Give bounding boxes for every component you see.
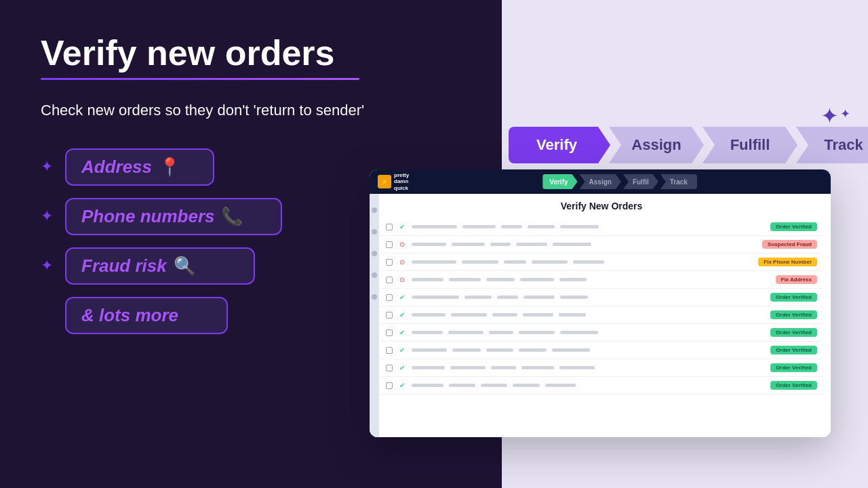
row-bar-col5 — [573, 260, 604, 264]
feature-badge-more: & lots more — [65, 297, 228, 334]
step-track[interactable]: Track — [796, 127, 868, 163]
row-bar-col2 — [462, 260, 498, 264]
row-status-badge: Fix Address — [776, 275, 818, 284]
main-title: Verify new orders — [41, 34, 461, 73]
row-checkbox[interactable] — [386, 329, 393, 336]
row-bar-col2 — [462, 225, 496, 228]
sparkle-decoration: ✦✦ — [821, 105, 849, 127]
star-icon-address: ✦ — [41, 158, 53, 176]
row-status-badge: Order Verified — [770, 293, 817, 302]
fraud-label: Fraud risk — [81, 256, 167, 277]
app-header: ⚡ pretty damn quick Verify Assign Fulfil… — [370, 169, 831, 194]
sidebar-dot — [372, 294, 377, 300]
row-status-icon: ⊙ — [398, 258, 406, 266]
row-status-badge: Order Verified — [770, 346, 817, 354]
row-bar-col1 — [412, 348, 447, 352]
row-bar-col5 — [559, 366, 595, 369]
row-status-badge: Order Verified — [770, 222, 817, 231]
nav-fulfill[interactable]: Fulfil — [623, 174, 658, 189]
row-bar-col2 — [449, 278, 481, 281]
step-fulfill[interactable]: Fulfill — [703, 127, 797, 163]
row-bar-col5 — [545, 384, 575, 387]
table-row[interactable]: ✔ Order Verified — [380, 359, 823, 377]
row-status-badge: Fix Phone Number — [758, 258, 817, 266]
row-bar-col2 — [449, 384, 475, 387]
table-row[interactable]: ✔ Order Verified — [380, 289, 823, 306]
app-window: ⚡ pretty damn quick Verify Assign Fulfil… — [370, 169, 831, 437]
row-status-icon: ✔ — [398, 346, 406, 354]
table-row[interactable]: ✔ Order Verified — [380, 342, 823, 359]
row-bar-col3 — [501, 225, 522, 228]
row-bar-col1 — [412, 260, 456, 264]
row-bar-col1 — [412, 313, 446, 317]
step-assign[interactable]: Assign — [609, 127, 704, 163]
phone-label: Phone numbers — [81, 206, 214, 227]
progress-bar: Verify Assign Fulfill Track — [509, 127, 861, 163]
right-panel: ✦✦ Verify Assign Fulfill Track ⚡ pretty … — [502, 0, 868, 488]
row-bar-col3 — [504, 260, 526, 264]
row-bar-col3 — [490, 243, 511, 246]
row-checkbox[interactable] — [386, 347, 393, 354]
table-row[interactable]: ⊙ Fix Address — [380, 271, 823, 289]
row-status-icon: ✔ — [398, 364, 406, 371]
nav-assign[interactable]: Assign — [580, 174, 621, 189]
nav-verify[interactable]: Verify — [542, 174, 577, 189]
row-bar-col2 — [451, 313, 487, 317]
row-status-badge: Order Verified — [770, 310, 817, 319]
table-row[interactable]: ⊙ Fix Phone Number — [380, 253, 823, 271]
row-bar-col1 — [412, 225, 457, 228]
row-bar-col3 — [486, 348, 513, 352]
row-status-badge: Order Verified — [770, 363, 817, 372]
row-status-icon: ✔ — [398, 293, 406, 301]
row-checkbox[interactable] — [386, 294, 393, 301]
row-bar-col3 — [491, 366, 517, 369]
table-row[interactable]: ✔ Order Verified — [380, 218, 823, 236]
row-bar-col5 — [560, 225, 599, 228]
sidebar-dot — [372, 229, 377, 235]
nav-track[interactable]: Track — [660, 174, 697, 189]
app-logo: ⚡ pretty damn quick — [378, 172, 409, 192]
row-bar-col3 — [492, 313, 517, 317]
row-bar-col1 — [412, 384, 443, 387]
row-checkbox[interactable] — [386, 382, 393, 389]
row-bar-col4 — [532, 260, 568, 264]
table-row[interactable]: ✔ Order Verified — [380, 306, 823, 324]
row-checkbox[interactable] — [386, 277, 393, 283]
row-status-icon: ⊙ — [398, 241, 406, 248]
row-bar-col4 — [519, 331, 555, 334]
row-bar-col4 — [520, 278, 554, 281]
row-bar-col4 — [513, 384, 540, 387]
row-status-icon: ✔ — [398, 382, 406, 389]
row-checkbox[interactable] — [386, 224, 393, 230]
row-checkbox[interactable] — [386, 365, 393, 371]
row-checkbox[interactable] — [386, 241, 393, 248]
logo-icon: ⚡ — [378, 175, 391, 188]
row-checkbox[interactable] — [386, 259, 393, 266]
row-checkbox[interactable] — [386, 312, 393, 319]
more-label: & lots more — [81, 305, 178, 326]
row-bar-col1 — [412, 278, 443, 281]
sidebar-dot — [372, 272, 377, 278]
row-bar-col5 — [560, 296, 588, 299]
row-bar-col4 — [524, 296, 555, 299]
feature-badge-address: Address 📍 — [65, 148, 214, 186]
app-body-title: Verify New Orders — [380, 201, 823, 211]
row-bar-col4 — [519, 348, 547, 352]
row-bar-col3 — [481, 384, 507, 387]
row-bar-col1 — [412, 296, 459, 299]
address-icon: 📍 — [159, 157, 180, 178]
sidebar-dot — [372, 251, 377, 256]
table-row[interactable]: ✔ Order Verified — [380, 324, 823, 342]
step-verify[interactable]: Verify — [509, 127, 610, 163]
logo-text: pretty damn quick — [394, 172, 409, 192]
row-bar-col3 — [497, 296, 518, 299]
row-bar-col3 — [486, 278, 515, 281]
table-row[interactable]: ✔ Order Verified — [380, 377, 823, 394]
row-bar-col5 — [553, 243, 591, 246]
row-bar-col2 — [452, 243, 485, 246]
table-row[interactable]: ⊙ Suspected Fraud — [380, 236, 823, 253]
row-bar-col4 — [516, 243, 547, 246]
row-bar-col4 — [521, 366, 553, 369]
row-bar-col2 — [452, 348, 481, 352]
subtitle: Check new orders so they don't 'return t… — [41, 100, 461, 121]
